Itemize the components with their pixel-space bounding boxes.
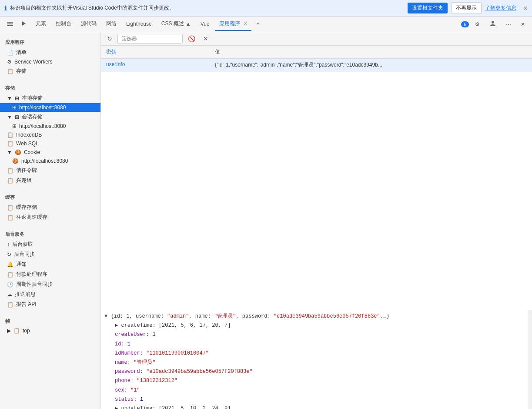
sidebar-item-websql[interactable]: 📋 Web SQL — [0, 139, 100, 148]
frame-icon: 📋 — [13, 328, 20, 334]
sidebar-item-localhost-session[interactable]: ⊞ http://localhost:8080 — [0, 122, 100, 131]
learn-more-link[interactable]: 了解更多信息 — [485, 4, 516, 12]
svg-point-4 — [492, 21, 494, 23]
sidebar-item-back-forward-cache[interactable]: 📋 往返高速缓存 — [0, 212, 100, 222]
sidebar-item-background-sync[interactable]: ↻ 后台同步 — [0, 249, 100, 259]
json-detail-line: id: 1 — [101, 340, 532, 349]
info-bar: ℹ 标识项目的根文件夹以打开Visual Studio Code中的源文件并同步… — [0, 0, 532, 17]
section-title-cache: 缓存 — [0, 191, 100, 202]
filter-input[interactable] — [117, 34, 183, 44]
cookie-host-icon: 🍪 — [12, 158, 19, 164]
sidebar-item-session-storage[interactable]: ▼ ⊞ 会话存储 — [0, 112, 100, 122]
tab-close-icon[interactable]: ✕ — [244, 21, 247, 26]
col-key: 密钥 — [101, 46, 210, 59]
sidebar-item-notifications[interactable]: 🔔 通知 — [0, 259, 100, 269]
push-icon: ☁ — [7, 292, 12, 298]
sidebar: 应用程序 📄 清单 ⚙ Service Workers 📋 存储 存储 ▼ ⊞ … — [0, 32, 101, 409]
tab-css[interactable]: CSS 概述 ▲ — [157, 17, 195, 31]
set-root-folder-button[interactable]: 设置根文件夹 — [408, 3, 448, 13]
sidebar-item-cache-storage[interactable]: 📋 缓存存储 — [0, 202, 100, 212]
sidebar-item-cookie[interactable]: ▼ 🍪 Cookie — [0, 148, 100, 157]
indexeddb-icon: 📋 — [7, 132, 13, 138]
sidebar-item-manifest[interactable]: 📄 清单 — [0, 47, 100, 57]
clear-button[interactable]: 🚫 — [185, 34, 198, 44]
settings-button[interactable]: ⚙ — [472, 20, 483, 29]
info-text: 标识项目的根文件夹以打开Visual Studio Code中的源文件并同步更改… — [10, 4, 404, 12]
dismiss-button[interactable]: 不再显示 — [451, 2, 482, 14]
svg-marker-3 — [22, 21, 26, 26]
json-root-line[interactable]: ▼ {id: 1, username: "admin", name: "管理员"… — [101, 312, 532, 321]
tab-console[interactable]: 控制台 — [51, 17, 76, 31]
table-value: {"id":1,"username":"admin","name":"管理员",… — [210, 59, 532, 72]
sidebar-item-local-storage[interactable]: ▼ ⊞ 本地存储 — [0, 93, 100, 103]
json-detail-line: name: "管理员" — [101, 358, 532, 367]
expand-arrow-local-storage: ▼ — [7, 95, 12, 101]
session-storage-icon: ⊞ — [15, 114, 19, 120]
sidebar-item-top-frame[interactable]: ▶ 📋 top — [0, 326, 100, 335]
tab-elements[interactable]: 元素 — [31, 17, 50, 31]
nav-back-button[interactable] — [3, 19, 17, 30]
cookie-icon: 🍪 — [15, 149, 21, 155]
sidebar-item-interest-groups[interactable]: 📋 兴趣组 — [0, 175, 100, 185]
tab-sources[interactable]: 源代码 — [77, 17, 101, 31]
back-forward-cache-icon: 📋 — [7, 215, 13, 221]
periodic-sync-icon: 🕐 — [7, 282, 13, 288]
json-detail-line: sex: "1" — [101, 386, 532, 395]
close-devtools-button[interactable]: ✕ — [517, 20, 529, 29]
sidebar-item-trust-tokens[interactable]: 📋 信任令牌 — [0, 165, 100, 175]
bottom-panel: ▼ {id: 1, username: "admin", name: "管理员"… — [101, 310, 532, 409]
table-key: userInfo — [101, 59, 210, 72]
local-storage-icon: ⊞ — [15, 95, 19, 101]
section-title-background: 后台服务 — [0, 228, 100, 239]
info-icon: ℹ — [4, 5, 7, 12]
bg-fetch-icon: ↑ — [7, 241, 10, 248]
sidebar-item-indexeddb[interactable]: 📋 IndexedDB — [0, 131, 100, 139]
content-toolbar: ↻ 🚫 ✕ — [101, 32, 532, 46]
websql-icon: 📋 — [7, 141, 13, 147]
json-detail-line: password: "e10adc3949ba59abbe56e057f20f8… — [101, 367, 532, 376]
sidebar-item-push-messages[interactable]: ☁ 推送消息 — [0, 289, 100, 299]
sidebar-item-periodic-sync[interactable]: 🕐 周期性后台同步 — [0, 279, 100, 289]
issues-badge[interactable]: 6 — [461, 21, 469, 27]
info-bar-close[interactable]: ✕ — [523, 5, 528, 11]
json-detail-line[interactable]: ▶ updateTime: [2021, 5, 10, 2, 24, 9] — [101, 404, 532, 409]
svg-rect-2 — [7, 25, 13, 26]
manifest-icon: 📄 — [7, 50, 13, 56]
people-button[interactable] — [486, 18, 500, 30]
refresh-button[interactable]: ↻ — [104, 34, 115, 44]
close-filter-button[interactable]: ✕ — [201, 34, 211, 44]
json-detail-line: createUser: 1 — [101, 330, 532, 339]
right-icons: 6 ⚙ ⋯ ✕ — [461, 18, 529, 30]
sidebar-item-localhost-cookie[interactable]: 🍪 http://localhost:8080 — [0, 157, 100, 165]
more-button[interactable]: ⋯ — [502, 20, 515, 29]
sidebar-item-payment-handler[interactable]: 📋 付款处理程序 — [0, 269, 100, 279]
section-title-frames: 帧 — [0, 315, 100, 326]
sidebar-item-service-workers[interactable]: ⚙ Service Workers — [0, 57, 100, 66]
tab-application[interactable]: 应用程序 ✕ — [215, 17, 251, 31]
sidebar-item-background-fetch[interactable]: ↑ 后台获取 — [0, 239, 100, 249]
tab-vue[interactable]: Vue — [196, 18, 214, 30]
tab-bar: 元素 控制台 源代码 网络 Lighthouse CSS 概述 ▲ Vue 应用… — [0, 17, 532, 32]
reporting-icon: 📋 — [7, 302, 13, 308]
session-host-icon: ⊞ — [12, 123, 17, 129]
table-row[interactable]: userInfo {"id":1,"username":"admin","nam… — [101, 59, 532, 72]
local-host-icon: ⊞ — [12, 104, 17, 111]
tab-add[interactable]: + — [252, 18, 264, 30]
service-workers-icon: ⚙ — [7, 59, 12, 65]
sidebar-item-reporting-api[interactable]: 📋 报告 API — [0, 299, 100, 309]
col-value: 值 — [210, 46, 532, 59]
section-title-storage: 存储 — [0, 81, 100, 93]
main-container: 应用程序 📄 清单 ⚙ Service Workers 📋 存储 存储 ▼ ⊞ … — [0, 32, 532, 409]
json-detail-line[interactable]: ▶ createTime: [2021, 5, 6, 17, 20, 7] — [101, 321, 532, 330]
content-area: ↻ 🚫 ✕ 密钥 值 userInfo {"id":1,"username":"… — [101, 32, 532, 409]
expand-arrow-cookie: ▼ — [7, 149, 12, 155]
tab-lighthouse[interactable]: Lighthouse — [122, 18, 156, 30]
sidebar-item-localhost-local[interactable]: ⊞ http://localhost:8080 — [0, 103, 100, 112]
svg-rect-0 — [7, 22, 13, 23]
bg-sync-icon: ↻ — [7, 251, 11, 258]
scrollbar[interactable] — [528, 310, 532, 409]
tab-network[interactable]: 网络 — [102, 17, 121, 31]
frame-expand-icon: ▶ — [7, 328, 11, 334]
sidebar-item-storage[interactable]: 📋 存储 — [0, 66, 100, 76]
nav-forward-button[interactable] — [17, 19, 30, 30]
